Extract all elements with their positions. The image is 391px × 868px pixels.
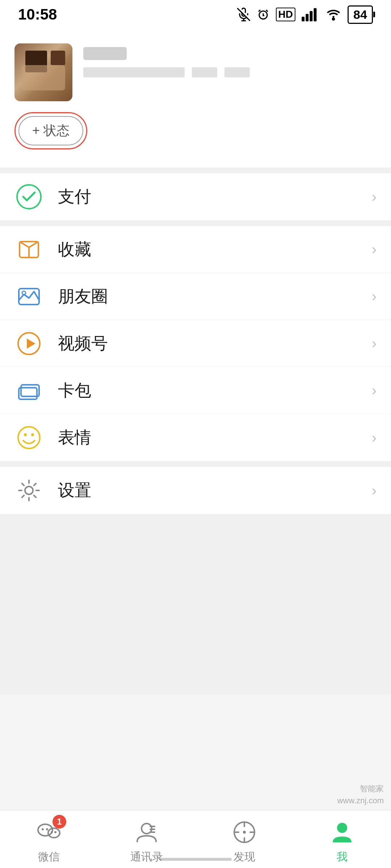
- me-label: 我: [337, 850, 348, 864]
- channels-label: 视频号: [58, 332, 372, 355]
- battery-indicator: 84: [348, 5, 373, 24]
- status-button-container: + 状态: [14, 112, 377, 149]
- section-gap-2: [0, 461, 391, 467]
- settings-icon: [14, 476, 43, 505]
- svg-rect-6: [302, 17, 304, 21]
- settings-label: 设置: [58, 479, 372, 502]
- stickers-arrow: ›: [372, 430, 377, 446]
- menu-section-main: 收藏 › 朋友圈 › 视频号 ›: [0, 226, 391, 461]
- svg-marker-17: [27, 339, 35, 349]
- cards-arrow: ›: [372, 382, 377, 399]
- tab-contacts[interactable]: 通讯录: [98, 818, 196, 864]
- section-divider-1: [0, 167, 391, 173]
- profile-extra2: [224, 67, 250, 77]
- menu-item-favorites[interactable]: 收藏 ›: [0, 226, 391, 273]
- contacts-label: 通讯录: [130, 850, 163, 864]
- svg-point-21: [24, 433, 27, 436]
- menu-item-pay[interactable]: 支付 ›: [0, 173, 391, 220]
- svg-point-27: [46, 828, 48, 830]
- svg-point-40: [337, 823, 347, 833]
- svg-point-10: [333, 18, 335, 20]
- cards-label: 卡包: [58, 379, 372, 402]
- contacts-icon: [134, 819, 160, 845]
- weixin-badge: 1: [52, 815, 66, 829]
- watermark-line2: www.znj.com: [337, 795, 384, 807]
- svg-point-11: [17, 185, 41, 209]
- menu-item-cards[interactable]: 卡包 ›: [0, 367, 391, 414]
- weixin-label: 微信: [38, 850, 60, 864]
- pay-label: 支付: [58, 186, 372, 208]
- channels-arrow: ›: [372, 335, 377, 352]
- status-button-highlight: + 状态: [14, 112, 87, 149]
- menu-section-pay: 支付 ›: [0, 173, 391, 220]
- channels-icon: [14, 329, 43, 358]
- pay-icon: [14, 182, 43, 211]
- watermark: 智能家 www.znj.com: [337, 783, 384, 807]
- discover-icon: [231, 819, 257, 845]
- svg-point-28: [51, 831, 53, 833]
- profile-top: [14, 43, 377, 101]
- status-time: 10:58: [18, 6, 57, 23]
- status-button[interactable]: + 状态: [18, 116, 83, 145]
- profile-name: [83, 47, 127, 60]
- moments-arrow: ›: [372, 288, 377, 305]
- svg-point-29: [54, 831, 56, 833]
- tab-weixin[interactable]: 1 微信: [0, 818, 98, 864]
- avatar[interactable]: [14, 43, 72, 101]
- menu-item-channels[interactable]: 视频号 ›: [0, 320, 391, 367]
- svg-rect-9: [314, 8, 317, 21]
- settings-arrow: ›: [372, 482, 377, 499]
- status-bar: 10:58 HD: [0, 0, 391, 29]
- pay-arrow: ›: [372, 189, 377, 205]
- discover-icon-wrap: [230, 818, 259, 847]
- menu-section-settings: 设置 ›: [0, 467, 391, 514]
- profile-info: [83, 43, 377, 77]
- stickers-label: 表情: [58, 426, 372, 449]
- profile-id: [83, 67, 185, 77]
- svg-line-4: [258, 10, 260, 12]
- svg-point-20: [18, 427, 40, 448]
- favorites-icon: [14, 235, 43, 264]
- svg-point-26: [42, 828, 44, 830]
- svg-point-22: [31, 433, 34, 436]
- favorites-label: 收藏: [58, 238, 372, 261]
- watermark-line1: 智能家: [337, 783, 384, 795]
- signal-icon: [301, 8, 319, 21]
- alarm-icon: [256, 8, 270, 21]
- gray-area: [0, 514, 391, 695]
- menu-item-settings[interactable]: 设置 ›: [0, 467, 391, 514]
- svg-point-25: [48, 828, 60, 838]
- menu-item-moments[interactable]: 朋友圈 ›: [0, 273, 391, 320]
- profile-section: + 状态: [0, 29, 391, 167]
- menu-item-stickers[interactable]: 表情 ›: [0, 414, 391, 461]
- svg-line-5: [266, 10, 268, 12]
- profile-extra1: [192, 67, 217, 77]
- bottom-indicator: [159, 858, 232, 861]
- stickers-icon: [14, 423, 43, 452]
- svg-point-35: [243, 831, 246, 834]
- tab-discover[interactable]: 发现: [196, 818, 293, 864]
- hd-badge: HD: [276, 8, 295, 21]
- cards-icon: [14, 376, 43, 405]
- status-icons: HD 84: [237, 5, 373, 24]
- section-gap-1: [0, 220, 391, 226]
- me-icon: [329, 819, 355, 845]
- discover-label: 发现: [234, 850, 255, 864]
- moments-label: 朋友圈: [58, 285, 372, 308]
- mute-icon: [237, 8, 251, 21]
- svg-rect-8: [310, 11, 312, 22]
- moments-icon: [14, 282, 43, 311]
- contacts-icon-wrap: [132, 818, 161, 847]
- weixin-icon-wrap: 1: [34, 818, 63, 847]
- wifi-icon: [325, 8, 342, 21]
- svg-rect-7: [306, 14, 308, 21]
- favorites-arrow: ›: [372, 241, 377, 258]
- svg-point-23: [25, 486, 33, 494]
- tab-me[interactable]: 我: [293, 818, 391, 864]
- svg-point-15: [22, 291, 26, 295]
- status-button-label: + 状态: [32, 122, 70, 140]
- me-icon-wrap: [328, 818, 357, 847]
